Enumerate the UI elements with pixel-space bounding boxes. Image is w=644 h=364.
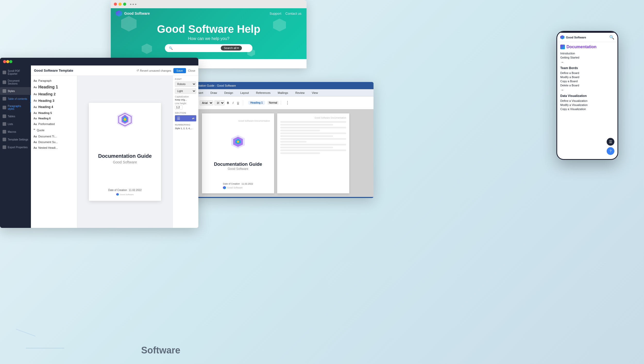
style-name-nh: Nested Headi... xyxy=(38,146,58,149)
ribbon-tab-design[interactable]: Design xyxy=(223,91,235,95)
style-heading-6[interactable]: Aa Heading 6 xyxy=(31,116,77,121)
phone-link-intro[interactable]: Introduction xyxy=(560,51,614,55)
word-title-bar: W Documentation Guide - Good Software xyxy=(178,82,374,89)
close-dot[interactable] xyxy=(114,3,117,6)
search-button[interactable]: Search all ▾ xyxy=(221,46,242,51)
pdf-close-dot[interactable] xyxy=(3,60,6,63)
style-normal[interactable]: Normal xyxy=(267,101,279,105)
numbering-style: Style 1, 2, 3, 4,... xyxy=(175,127,196,130)
help-logo: Good Software xyxy=(116,10,150,16)
style-heading-2[interactable]: Aa Heading 2 xyxy=(31,91,77,97)
revert-label: Revert unsaved changes xyxy=(140,69,171,72)
phone-logo-text: Good Software xyxy=(566,36,586,39)
logo-text: Good Software xyxy=(124,11,150,15)
phone-search-icon[interactable]: 🔍 xyxy=(609,35,614,40)
phone-link-copy-board[interactable]: Copy a Board xyxy=(560,79,614,83)
underline-button[interactable]: U xyxy=(236,101,240,105)
help-search-bar[interactable]: 🔍 Search all ▾ xyxy=(165,44,252,52)
sidebar-item-doc-sections[interactable]: Document Sections xyxy=(0,77,31,87)
phone-link-define-board[interactable]: Define a Board xyxy=(560,71,614,75)
save-button[interactable]: Save xyxy=(173,68,186,73)
contact-link[interactable]: Contact us xyxy=(285,12,301,15)
style-aa-h1: Aa xyxy=(33,86,37,89)
style-heading-5[interactable]: Aa Heading 5 xyxy=(31,110,77,116)
phone-header: Good Software 🔍 xyxy=(557,33,617,42)
word-canvas: Good Software Documentation Documentatio… xyxy=(178,109,374,197)
word-page-title: Documentation Guide xyxy=(214,162,262,167)
revert-button[interactable]: ↺ Revert unsaved changes xyxy=(137,69,171,72)
ribbon-tab-draw[interactable]: Draw xyxy=(209,91,219,95)
style-quote[interactable]: " Quote xyxy=(31,127,77,134)
browser-title-bar: ● ● ● xyxy=(111,0,307,8)
more-styles-button[interactable]: ⋮ xyxy=(284,100,291,106)
line-height-input[interactable] xyxy=(175,105,183,110)
maximize-dot[interactable] xyxy=(123,3,126,6)
ribbon-tab-references[interactable]: References xyxy=(255,91,272,95)
bold-button[interactable]: B xyxy=(226,101,230,105)
font-style-select[interactable]: Light xyxy=(175,88,196,94)
ribbon-tab-mailings[interactable]: Mailings xyxy=(276,91,290,95)
sidebar-item-tables[interactable]: Tables xyxy=(0,112,31,120)
content-line-7 xyxy=(280,138,346,140)
pdf-font-panel: FONT Roboto Light Capitalization Keep or… xyxy=(173,76,198,228)
sidebar-item-styles[interactable]: Styles xyxy=(0,87,31,95)
sidebar-item-scroll-pdf[interactable]: Scroll PDF Exporter xyxy=(0,68,31,77)
deco-line-1 xyxy=(26,348,64,349)
preview-date: Date of Creation 11.02.2022 xyxy=(108,189,142,192)
sidebar-item-para[interactable]: Paragraphs styles xyxy=(0,103,31,112)
sidebar-item-export[interactable]: Export Properties xyxy=(0,143,31,151)
phone-logo-icon xyxy=(560,35,564,39)
style-heading-4[interactable]: Aa Heading 4 xyxy=(31,104,77,110)
font-name-select[interactable]: Roboto xyxy=(175,81,196,87)
style-heading-1[interactable]: Aa Heading 1 xyxy=(31,84,77,91)
pdf-title-bar xyxy=(0,58,198,65)
minimize-dot[interactable] xyxy=(118,3,122,6)
phone-link-copy-viz[interactable]: Copy a Visualization xyxy=(560,107,614,111)
content-line-12 xyxy=(280,152,320,154)
word-header-text: Good Software Documentation xyxy=(238,120,270,122)
content-line-4 xyxy=(280,130,320,131)
style-doc-title[interactable]: Aa Document Ti... xyxy=(31,134,77,139)
phone-link-modify-viz[interactable]: Modify a Visualization xyxy=(560,103,614,107)
phone-team-bords-header: Team Bords xyxy=(560,66,614,70)
phone-link-getting-started[interactable]: Getting Started xyxy=(560,55,614,60)
fab-help-button[interactable]: ? xyxy=(607,147,614,155)
search-input[interactable] xyxy=(174,46,221,50)
ribbon-tab-layout[interactable]: Layout xyxy=(239,91,250,95)
phone-link-delete-board[interactable]: Delete a Board xyxy=(560,83,614,87)
font-size-select[interactable]: 16 xyxy=(214,100,225,105)
sidebar-item-lists[interactable]: Lists xyxy=(0,120,31,128)
close-button[interactable]: Close xyxy=(188,69,195,72)
style-heading1-preview[interactable]: Heading 1 xyxy=(248,101,265,105)
style-paragraph[interactable]: Aa Paragraph xyxy=(31,78,77,84)
pdf-maximize-dot[interactable] xyxy=(9,60,12,63)
phone-link-modify-board[interactable]: Modify a Board xyxy=(560,75,614,79)
font-family-select[interactable]: Arial xyxy=(200,100,213,105)
style-doc-sub[interactable]: Aa Document Su... xyxy=(31,139,77,145)
fab-menu-button[interactable]: ☰ xyxy=(607,138,614,146)
section-button[interactable]: ☰ ⇄ xyxy=(175,115,196,121)
content-line-6 xyxy=(280,135,333,137)
footer-logo-hex xyxy=(223,186,226,189)
style-heading-3[interactable]: Aa Heading 3 xyxy=(31,97,77,104)
sidebar-item-macros[interactable]: Macros xyxy=(0,128,31,136)
bottom-software-text: Software xyxy=(141,345,180,356)
style-preformatted[interactable]: Aa Preformatted xyxy=(31,121,77,127)
pdf-main-content: Good Software Template ↺ Revert unsaved … xyxy=(31,65,198,228)
ribbon-tab-view[interactable]: View xyxy=(310,91,320,95)
word-toolbar: 📋 ✂ ⧉ Arial 16 B I U Heading 1 Normal ⋮ xyxy=(178,96,374,109)
pdf-minimize-dot[interactable] xyxy=(6,60,9,63)
sidebar-label-para: Paragraphs styles xyxy=(8,105,28,110)
support-link[interactable]: Support xyxy=(269,12,281,15)
sidebar-item-template-settings[interactable]: Template Settings xyxy=(0,136,31,143)
styles-icon xyxy=(3,89,6,93)
sidebar-label-export: Export Properties xyxy=(8,146,28,149)
sidebar-item-toc[interactable]: Table of contents xyxy=(0,95,31,103)
export-icon xyxy=(3,145,6,149)
style-nested-heading[interactable]: Aa Nested Headi... xyxy=(31,145,77,151)
ribbon-tab-review[interactable]: Review xyxy=(294,91,306,95)
italic-button[interactable]: I xyxy=(231,101,235,105)
pdf-content-area: Aa Paragraph Aa Heading 1 Aa Heading 2 A… xyxy=(31,76,198,228)
style-aa-nh: Aa xyxy=(33,146,37,149)
phone-link-define-viz[interactable]: Define a Visualization xyxy=(560,99,614,103)
